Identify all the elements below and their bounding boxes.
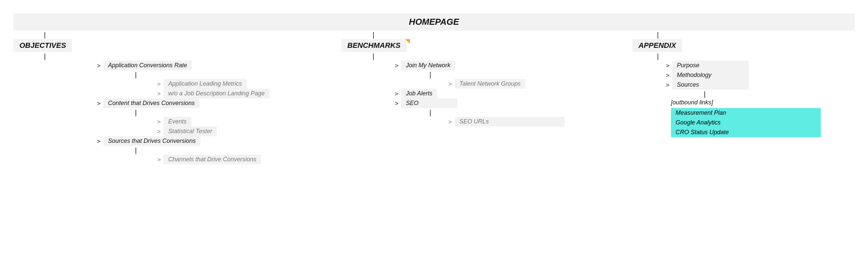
node-label: Methodology: [672, 70, 748, 80]
outbound-link-measurement-plan[interactable]: Measurement Plan: [671, 108, 821, 118]
node-label: Job Alerts: [401, 89, 437, 98]
sitemap-diagram: HOMEPAGE | OBJECTIVES | > Application Co…: [0, 0, 868, 267]
chevron-icon: >: [157, 90, 164, 97]
node-job-alerts[interactable]: > Job Alerts: [395, 89, 437, 98]
node-label: Join My Network: [401, 61, 455, 70]
node-label: Content that Drives Conversions: [103, 98, 199, 108]
node-label: Events: [164, 117, 191, 126]
node-statistical-tester[interactable]: > Statistical Tester: [157, 126, 217, 136]
connector: |: [428, 70, 432, 79]
node-application-conversions-rate[interactable]: > Application Conversions Rate: [97, 61, 192, 70]
chevron-icon: >: [666, 71, 672, 79]
chevron-icon: >: [666, 62, 672, 69]
node-application-leading-metrics[interactable]: > Application Leading Metrics: [157, 79, 247, 89]
node-label: SEO: [401, 98, 458, 108]
node-methodology[interactable]: > Methodology: [666, 70, 748, 80]
connector: |: [43, 52, 47, 61]
connector: |: [134, 70, 138, 79]
node-label: Channels that Drive Conversions: [164, 155, 261, 164]
connector: |: [656, 30, 660, 39]
outbound-links-label: [outbound links]: [671, 98, 713, 108]
chevron-icon: >: [97, 62, 103, 69]
root-title[interactable]: HOMEPAGE: [13, 13, 855, 30]
chevron-icon: >: [157, 118, 164, 125]
connector: |: [371, 30, 375, 39]
chevron-icon: >: [448, 80, 455, 87]
connector: |: [43, 30, 47, 39]
connector: |: [134, 108, 138, 117]
chevron-icon: >: [97, 100, 103, 107]
chevron-icon: >: [157, 128, 164, 135]
node-join-my-network[interactable]: > Join My Network: [395, 61, 455, 70]
appendix-header[interactable]: APPENDIX: [632, 39, 682, 52]
node-label: Application Leading Metrics: [164, 79, 247, 89]
node-label: Statistical Tester: [164, 126, 217, 136]
chevron-icon: >: [666, 81, 672, 88]
chevron-icon: >: [448, 118, 455, 125]
node-label: w/o a Job Description Landing Page: [164, 89, 269, 98]
col-benchmarks: | BENCHMARKS | > Join My Network | > Tal…: [341, 30, 632, 126]
chevron-icon: >: [157, 156, 164, 163]
connector: |: [703, 90, 707, 98]
node-label: SEO URLs: [455, 117, 564, 126]
benchmarks-header[interactable]: BENCHMARKS: [341, 39, 407, 52]
col-appendix: | APPENDIX | > Purpose > Methodology > S…: [632, 30, 853, 137]
node-wo-job-description-landing-page[interactable]: > w/o a Job Description Landing Page: [157, 89, 269, 98]
node-sources[interactable]: > Sources: [666, 80, 748, 90]
node-label: Application Conversions Rate: [103, 61, 192, 70]
outbound-link-google-analytics[interactable]: Google Analytics: [671, 118, 821, 127]
outbound-link-cro-status-update[interactable]: CRO Status Update: [671, 127, 821, 137]
chevron-icon: >: [157, 80, 164, 87]
node-events[interactable]: > Events: [157, 117, 191, 126]
chevron-icon: >: [395, 62, 401, 69]
node-seo[interactable]: > SEO: [395, 98, 458, 108]
node-label: Talent Network Groups: [455, 79, 525, 89]
benchmarks-header-wrap: BENCHMARKS: [341, 39, 407, 52]
node-label: Sources: [672, 80, 748, 90]
connector: |: [656, 52, 660, 61]
chevron-icon: >: [395, 90, 401, 97]
connector: |: [428, 108, 432, 117]
columns: | OBJECTIVES | > Application Conversions…: [13, 30, 855, 164]
node-seo-urls[interactable]: > SEO URLs: [448, 117, 564, 126]
root-node: HOMEPAGE: [13, 13, 855, 30]
node-talent-network-groups[interactable]: > Talent Network Groups: [448, 79, 525, 89]
node-label: Sources that Drives Conversions: [103, 136, 200, 146]
node-channels-that-drive-conversions[interactable]: > Channels that Drive Conversions: [157, 155, 261, 164]
node-sources-that-drives-conversions[interactable]: > Sources that Drives Conversions: [97, 136, 200, 146]
node-label: Purpose: [672, 61, 748, 70]
chevron-icon: >: [395, 100, 401, 107]
objectives-header[interactable]: OBJECTIVES: [13, 39, 72, 52]
node-purpose[interactable]: > Purpose: [666, 61, 748, 70]
node-content-that-drives-conversions[interactable]: > Content that Drives Conversions: [97, 98, 199, 108]
connector: |: [134, 146, 138, 155]
col-objectives: | OBJECTIVES | > Application Conversions…: [13, 30, 341, 164]
chevron-icon: >: [97, 138, 103, 145]
connector: |: [371, 52, 375, 61]
